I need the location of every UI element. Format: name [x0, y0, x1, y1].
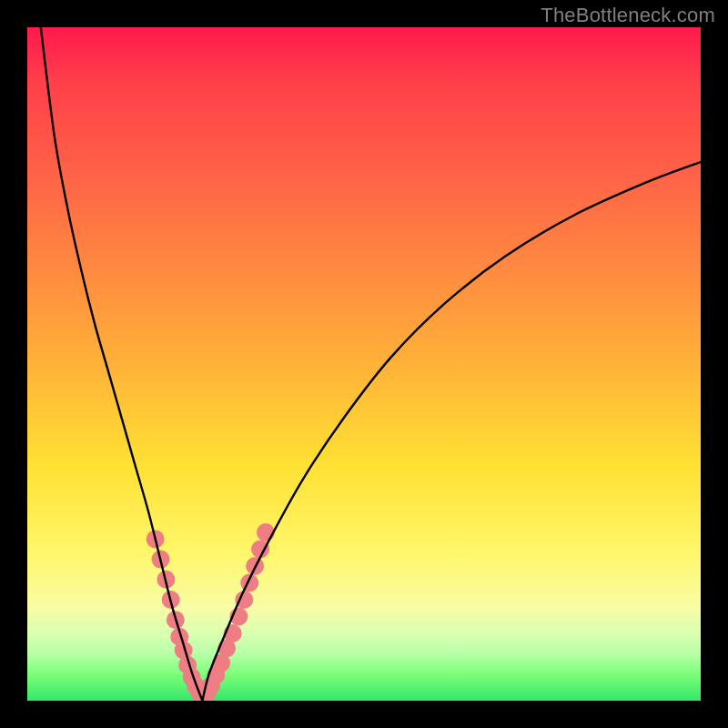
- curve-layer: [41, 27, 701, 701]
- curve-right-branch: [202, 162, 701, 701]
- marker-layer: [147, 523, 275, 701]
- plot-area: [27, 27, 701, 701]
- chart-svg: [27, 27, 701, 701]
- watermark-text: TheBottleneck.com: [541, 4, 715, 27]
- marker-dot: [257, 523, 275, 541]
